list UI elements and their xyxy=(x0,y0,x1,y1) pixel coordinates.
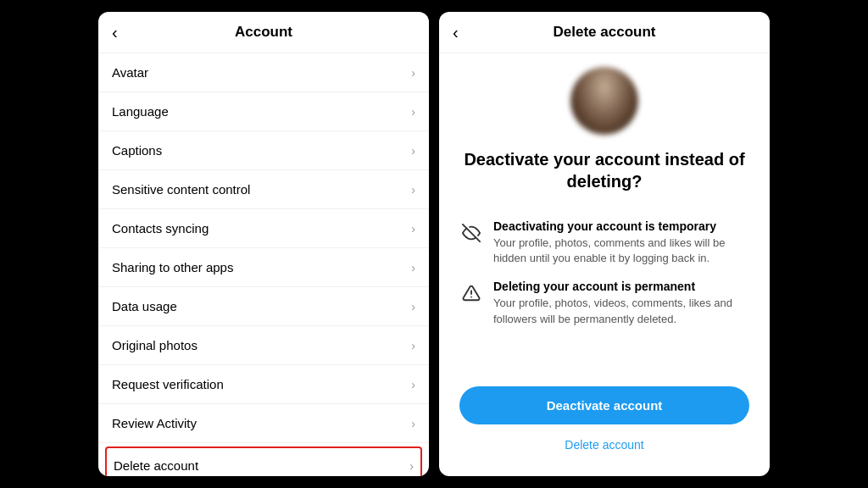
account-menu-list: Avatar › Language › Captions › Sensitive… xyxy=(98,53,429,476)
chevron-right-icon: › xyxy=(411,183,415,197)
right-panel: ‹ Delete account Deactivate your account… xyxy=(439,12,770,476)
menu-item-label: Sharing to other apps xyxy=(112,260,233,274)
delete-info-text: Deleting your account is permanent Your … xyxy=(493,280,749,326)
chevron-right-icon: › xyxy=(411,66,415,80)
deactivate-info-text: Deactivating your account is temporary Y… xyxy=(493,219,749,266)
menu-item-review-activity[interactable]: Review Activity › xyxy=(98,404,429,443)
menu-item-delete-account[interactable]: Delete account › xyxy=(105,446,422,476)
chevron-right-icon: › xyxy=(411,105,415,119)
menu-item-data-usage[interactable]: Data usage › xyxy=(98,287,429,326)
left-header: ‹ Account xyxy=(98,12,429,53)
right-content: Deactivate your account instead of delet… xyxy=(439,53,770,472)
right-back-button[interactable]: ‹ xyxy=(453,23,459,42)
menu-item-label: Sensitive content control xyxy=(112,182,250,197)
delete-info-desc: Your profile, photos, videos, comments, … xyxy=(493,296,749,326)
eye-off-icon xyxy=(459,221,483,245)
menu-item-original-photos[interactable]: Original photos › xyxy=(98,326,429,365)
menu-item-avatar[interactable]: Avatar › xyxy=(98,53,429,92)
menu-item-captions[interactable]: Captions › xyxy=(98,131,429,170)
chevron-right-icon: › xyxy=(411,339,415,352)
delete-account-button[interactable]: Delete account xyxy=(561,435,647,455)
chevron-right-icon: › xyxy=(411,417,415,430)
avatar xyxy=(570,67,638,135)
chevron-right-icon: › xyxy=(411,378,415,391)
menu-item-request-verification[interactable]: Request verification › xyxy=(98,365,429,404)
chevron-right-icon: › xyxy=(411,222,415,236)
right-header-title: Delete account xyxy=(554,24,656,41)
deactivate-info-item: Deactivating your account is temporary Y… xyxy=(459,219,749,266)
chevron-right-icon: › xyxy=(411,144,415,158)
menu-item-label: Avatar xyxy=(112,65,148,80)
deactivate-question-title: Deactivate your account instead of delet… xyxy=(459,148,749,192)
deactivate-account-button[interactable]: Deactivate account xyxy=(459,386,749,424)
chevron-right-icon: › xyxy=(409,459,414,473)
menu-item-label: Data usage xyxy=(112,299,177,313)
delete-info-item: Deleting your account is permanent Your … xyxy=(459,280,749,326)
delete-info-title: Deleting your account is permanent xyxy=(493,280,749,293)
chevron-right-icon: › xyxy=(411,261,415,274)
deactivate-info-title: Deactivating your account is temporary xyxy=(493,219,749,233)
menu-item-label: Review Activity xyxy=(112,416,197,430)
menu-item-language[interactable]: Language › xyxy=(98,92,429,131)
menu-item-label: Contacts syncing xyxy=(112,221,209,236)
menu-item-sharing[interactable]: Sharing to other apps › xyxy=(98,248,429,287)
warning-icon xyxy=(459,281,483,305)
menu-item-label: Captions xyxy=(112,143,162,158)
right-header: ‹ Delete account xyxy=(439,12,770,53)
chevron-right-icon: › xyxy=(411,300,415,313)
left-panel: ‹ Account Avatar › Language › Captions ›… xyxy=(98,12,429,476)
deactivate-info-desc: Your profile, photos, comments and likes… xyxy=(493,236,749,266)
menu-item-contacts-syncing[interactable]: Contacts syncing › xyxy=(98,209,429,248)
menu-item-label: Request verification xyxy=(112,377,224,391)
menu-item-label: Language xyxy=(112,104,169,119)
menu-item-sensitive-content[interactable]: Sensitive content control › xyxy=(98,170,429,209)
left-header-title: Account xyxy=(235,24,292,41)
menu-item-label: Original photos xyxy=(112,338,198,352)
menu-item-label: Delete account xyxy=(114,458,198,473)
left-back-button[interactable]: ‹ xyxy=(112,23,118,42)
